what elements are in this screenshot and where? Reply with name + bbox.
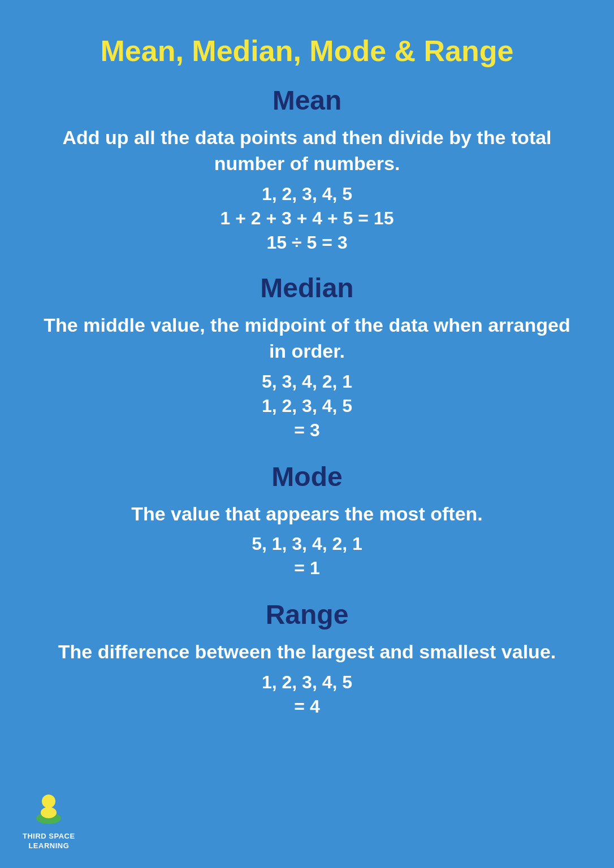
logo-area: THIRD SPACELEARNING <box>23 789 75 851</box>
range-heading: Range <box>266 599 349 630</box>
mean-section: Mean Add up all the data points and then… <box>34 85 580 257</box>
mean-example-set: 1, 2, 3, 4, 5 <box>262 184 352 205</box>
svg-point-3 <box>41 807 57 818</box>
svg-point-2 <box>42 795 55 808</box>
median-heading: Median <box>260 272 353 303</box>
mode-result: = 1 <box>294 558 319 579</box>
median-example-unordered: 5, 3, 4, 2, 1 <box>262 371 352 392</box>
median-section: Median The middle value, the midpoint of… <box>34 272 580 445</box>
range-section: Range The difference between the largest… <box>34 599 580 722</box>
mode-heading: Mode <box>271 461 342 492</box>
mode-description: The value that appears the most often. <box>131 501 483 527</box>
median-result: = 3 <box>294 420 319 441</box>
mean-step1: 1 + 2 + 3 + 4 + 5 = 15 <box>220 208 394 229</box>
mean-description: Add up all the data points and then divi… <box>34 125 580 177</box>
page-title: Mean, Median, Mode & Range <box>101 34 514 68</box>
tsl-logo-icon <box>29 789 68 828</box>
logo-brand-text: THIRD SPACELEARNING <box>23 832 75 851</box>
mode-example-set: 5, 1, 3, 4, 2, 1 <box>252 533 362 554</box>
range-description: The difference between the largest and s… <box>58 639 556 665</box>
mode-section: Mode The value that appears the most oft… <box>34 461 580 584</box>
range-example-set: 1, 2, 3, 4, 5 <box>262 672 352 693</box>
median-description: The middle value, the midpoint of the da… <box>34 313 580 364</box>
mean-step2: 15 ÷ 5 = 3 <box>267 232 348 253</box>
mean-heading: Mean <box>273 85 342 116</box>
range-result: = 4 <box>294 696 319 717</box>
median-example-ordered: 1, 2, 3, 4, 5 <box>262 396 352 416</box>
